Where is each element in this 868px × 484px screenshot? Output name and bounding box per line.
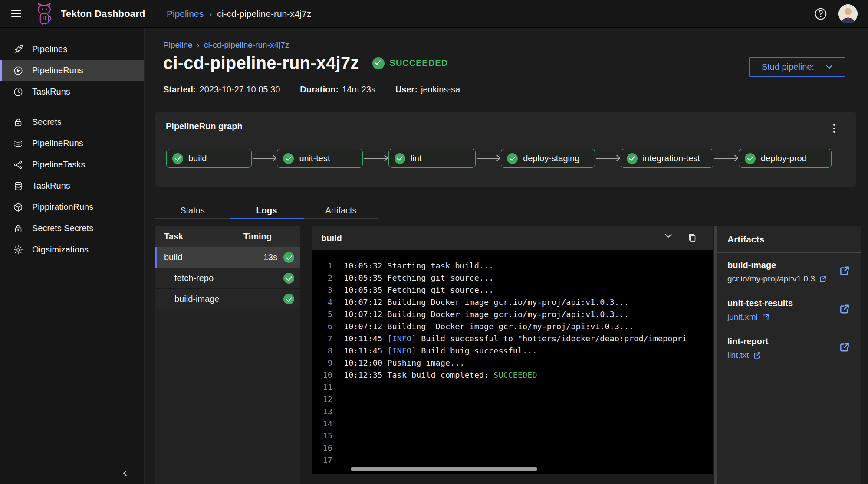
sidebar-item-label: PippirationRuns	[32, 202, 93, 212]
tab-artifacts[interactable]: Artifacts	[304, 203, 378, 219]
play-icon	[13, 65, 23, 76]
sidebar-item-oigsimizations[interactable]: Oigsimizations	[0, 239, 144, 260]
overflow-menu-icon[interactable]	[832, 121, 837, 136]
sidebar-item-taskruns[interactable]: TaskRuns	[0, 81, 144, 102]
horizontal-scrollbar-thumb[interactable]	[351, 467, 537, 471]
log-line-text: 10:05:35 Fetching git source...	[344, 272, 493, 284]
status-badge: SUCCEEDED	[372, 57, 448, 69]
log-line: 910:12:00 Pushing image...	[312, 357, 713, 369]
artifact-open-button[interactable]	[839, 341, 850, 355]
task-row-build-image[interactable]: build-image	[155, 288, 300, 309]
artifact-item-lint-report: lint-reportlint.txt	[717, 329, 861, 367]
graph-node-label: build	[188, 154, 207, 164]
line-number: 7	[312, 333, 332, 345]
log-line: 210:05:35 Fetching git source...	[312, 272, 713, 284]
graph-nodes: buildunit-testlintdeploy-stagingintegrat…	[166, 149, 832, 168]
graph-node-unit-test[interactable]: unit-test	[277, 149, 363, 168]
graph-node-label: integration-test	[643, 154, 700, 164]
arrow-connector	[714, 158, 738, 159]
breadcrumb-link-pipelines[interactable]: Pipelines	[167, 9, 204, 19]
graph-node-lint[interactable]: lint	[388, 149, 476, 168]
log-header: build	[312, 226, 713, 250]
sidebar-item-label: PipelineRuns	[32, 138, 83, 148]
external-link-icon[interactable]	[839, 341, 850, 353]
sidebar-item-pipelineruns[interactable]: PipelineRuns	[0, 133, 144, 154]
sidebar-collapse-chevron-icon[interactable]: ‹	[123, 465, 127, 480]
log-line: 1010:12:35 Task build completed: SUCCEED…	[312, 369, 713, 381]
log-line-text: 10:07:12 Building Docker image gcr.io/my…	[344, 296, 629, 308]
log-line: 16	[312, 442, 713, 454]
pipelinerun-graph-card: PipelineRun graph buildunit-testlintdepl…	[155, 112, 856, 187]
task-timing: 13s	[263, 252, 277, 262]
sidebar-item-taskruns[interactable]: TaskRuns	[0, 175, 144, 196]
task-rows: build13sfetch-repobuild-image	[155, 247, 300, 309]
artifact-value-text[interactable]: lint.txt	[727, 350, 749, 360]
cube-icon	[13, 202, 23, 213]
artifact-name: unit-test-results	[727, 298, 834, 308]
graph-node-label: unit-test	[299, 154, 330, 164]
sidebar-item-label: Pipelines	[32, 44, 67, 54]
duration-label: Duration:	[300, 85, 339, 94]
external-link-icon[interactable]	[839, 303, 850, 314]
sidebar-item-secrets[interactable]: Secrets	[0, 111, 144, 133]
task-row-fetch-repo[interactable]: fetch-repo	[155, 268, 300, 288]
line-number: 1	[312, 260, 332, 272]
breadcrumb-current-run[interactable]: ci-cd-pipeline-run-x4j7z	[204, 40, 289, 50]
sidebar-item-pipelines[interactable]: Pipelines	[0, 39, 144, 60]
start-pipeline-button[interactable]: Stud pipeline:	[749, 57, 845, 77]
chevron-down-icon	[825, 65, 833, 69]
arrow-connector	[596, 158, 619, 159]
sidebar-item-pipelinetasks[interactable]: PipelineTasks	[0, 154, 144, 175]
external-link-icon[interactable]	[819, 275, 827, 283]
log-lines: 110:05:32 Starting task build...210:05:3…	[312, 260, 713, 466]
log-line: 810:11:45 [INFO] Build buig successful..…	[312, 345, 713, 357]
log-line: 11	[312, 381, 713, 393]
line-number: 3	[312, 284, 332, 296]
external-link-icon[interactable]	[762, 313, 770, 321]
log-line: 15	[312, 430, 713, 442]
hamburger-menu-icon[interactable]	[11, 8, 23, 20]
graph-node-deploy-prod[interactable]: deploy-prod	[739, 149, 832, 168]
graph-node-build[interactable]: build	[166, 149, 252, 168]
artifact-value-text[interactable]: junit.xml	[727, 312, 758, 322]
artifact-open-button[interactable]	[839, 303, 850, 317]
help-button[interactable]	[813, 7, 828, 23]
line-number: 17	[312, 454, 332, 466]
tab-logs[interactable]: Logs	[230, 203, 304, 219]
line-number: 16	[312, 442, 332, 454]
sidebar-item-pipelineruns[interactable]: PipelineRuns	[0, 60, 144, 81]
external-link-icon[interactable]	[753, 351, 761, 360]
duration-value: 14m 23s	[342, 85, 375, 94]
artifact-open-button[interactable]	[839, 265, 850, 278]
sidebar-item-pippirationruns[interactable]: PippirationRuns	[0, 196, 144, 218]
log-line: 310:05:35 Fetching git source...	[312, 284, 713, 296]
sidebar-item-secrets-secrets[interactable]: Secrets Secrets	[0, 218, 144, 239]
sidebar-item-label: Secrets Secrets	[32, 223, 93, 233]
graph-node-integration-test[interactable]: integration-test	[621, 149, 713, 168]
success-check-icon	[395, 153, 405, 164]
line-number: 14	[312, 418, 332, 430]
copy-log-icon[interactable]	[687, 232, 697, 243]
database-icon	[13, 181, 23, 191]
rocket-icon	[13, 44, 23, 55]
help-icon	[813, 7, 828, 21]
log-line: 710:11:45 [INFO] Build successful to "ho…	[312, 333, 713, 345]
artifact-items: build-imagegcr.io/my-proj/api:v1.0.3unit…	[717, 253, 861, 367]
collapse-log-chevron-icon[interactable]	[664, 233, 672, 238]
log-panel: build 110:05:32 Starting task build...21…	[312, 226, 713, 484]
started-value: 2023-10-27 10:05:30	[200, 85, 280, 94]
vertical-scrollbar-track[interactable]	[714, 226, 717, 484]
sidebar-item-label: PipelineRuns	[32, 65, 83, 75]
external-link-icon[interactable]	[839, 265, 850, 276]
task-row-build[interactable]: build13s	[155, 247, 300, 268]
graph-node-deploy-staging[interactable]: deploy-staging	[501, 149, 595, 168]
breadcrumb-link-pipeline[interactable]: Pipeline	[163, 40, 193, 50]
log-output[interactable]: 110:05:32 Starting task build...210:05:3…	[312, 250, 713, 474]
user-avatar[interactable]	[838, 4, 858, 23]
tab-status[interactable]: Status	[155, 203, 230, 219]
line-number: 12	[312, 393, 332, 406]
artifact-name: build-image	[727, 260, 834, 270]
artifact-item-build-image: build-imagegcr.io/my-proj/api:v1.0.3	[717, 253, 861, 291]
log-line: 410:07:12 Building Docker image gcr.io/m…	[312, 296, 713, 308]
line-number: 6	[312, 320, 332, 333]
